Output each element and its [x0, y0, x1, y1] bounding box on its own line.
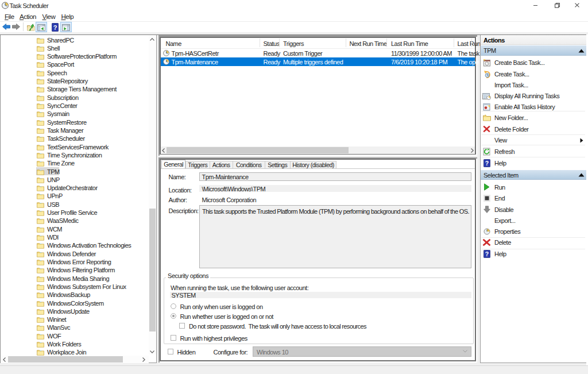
svg-text:?: ? — [53, 24, 57, 30]
svg-text:?: ? — [485, 250, 488, 257]
svg-text:?: ? — [485, 160, 488, 167]
